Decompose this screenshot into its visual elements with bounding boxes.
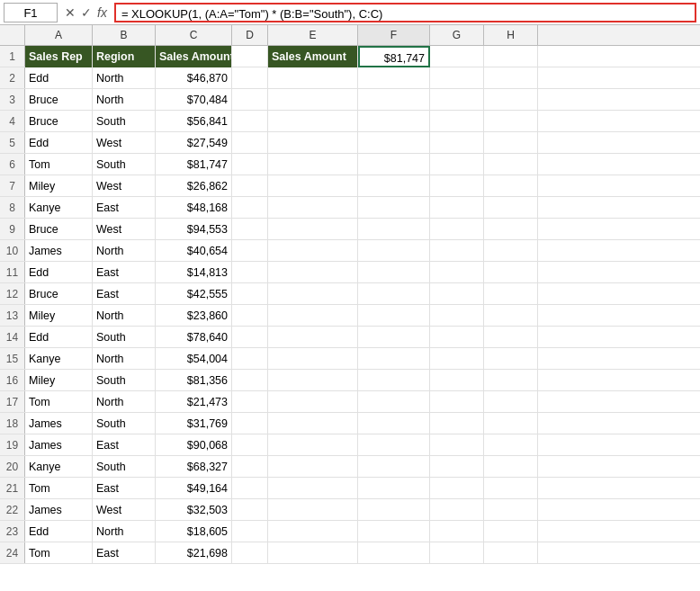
- cell-h[interactable]: [484, 478, 538, 499]
- cell-d[interactable]: [232, 413, 268, 434]
- cell-b[interactable]: South: [93, 327, 156, 348]
- cancel-icon[interactable]: ✕: [65, 5, 76, 20]
- cell-c[interactable]: $56,841: [156, 111, 232, 132]
- cell-h[interactable]: [484, 67, 538, 89]
- cell-c1[interactable]: Sales Amount: [156, 46, 232, 67]
- cell-d[interactable]: [232, 391, 268, 413]
- cell-f[interactable]: [358, 219, 430, 240]
- cell-d[interactable]: [232, 175, 268, 197]
- cell-c[interactable]: $81,747: [156, 154, 232, 175]
- cell-d[interactable]: [232, 89, 268, 111]
- cell-e[interactable]: [268, 542, 358, 564]
- cell-g[interactable]: [430, 456, 484, 478]
- cell-g[interactable]: [430, 521, 484, 542]
- cell-g[interactable]: [430, 348, 484, 370]
- col-header-e[interactable]: E: [268, 25, 358, 45]
- cell-h[interactable]: [484, 262, 538, 283]
- cell-b[interactable]: North: [93, 391, 156, 413]
- cell-c[interactable]: $42,555: [156, 283, 232, 305]
- cell-a[interactable]: Miley: [25, 175, 93, 197]
- cell-a[interactable]: Bruce: [25, 219, 93, 240]
- cell-e[interactable]: [268, 175, 358, 197]
- cell-reference[interactable]: F1: [4, 3, 58, 22]
- cell-h[interactable]: [484, 154, 538, 175]
- cell-h[interactable]: [484, 391, 538, 413]
- cell-f[interactable]: [358, 327, 430, 348]
- cell-d[interactable]: [232, 154, 268, 175]
- col-header-d[interactable]: D: [232, 25, 268, 45]
- cell-e[interactable]: [268, 197, 358, 219]
- cell-g[interactable]: [430, 542, 484, 564]
- cell-a1[interactable]: Sales Rep: [25, 46, 93, 67]
- cell-b[interactable]: West: [93, 175, 156, 197]
- cell-b[interactable]: East: [93, 197, 156, 219]
- cell-a[interactable]: Kanye: [25, 456, 93, 478]
- cell-e[interactable]: [268, 154, 358, 175]
- cell-c[interactable]: $23,860: [156, 305, 232, 327]
- cell-a[interactable]: Edd: [25, 262, 93, 283]
- cell-f[interactable]: [358, 499, 430, 521]
- cell-f[interactable]: [358, 434, 430, 456]
- cell-c[interactable]: $14,813: [156, 262, 232, 283]
- cell-f[interactable]: [358, 175, 430, 197]
- cell-b[interactable]: South: [93, 111, 156, 132]
- cell-e[interactable]: [268, 111, 358, 132]
- cell-a[interactable]: Tom: [25, 542, 93, 564]
- cell-e[interactable]: [268, 499, 358, 521]
- cell-b[interactable]: East: [93, 434, 156, 456]
- cell-b[interactable]: East: [93, 262, 156, 283]
- cell-b[interactable]: South: [93, 370, 156, 391]
- cell-d[interactable]: [232, 262, 268, 283]
- cell-b[interactable]: South: [93, 413, 156, 434]
- cell-e[interactable]: [268, 327, 358, 348]
- cell-h[interactable]: [484, 175, 538, 197]
- cell-e[interactable]: [268, 413, 358, 434]
- cell-c[interactable]: $78,640: [156, 327, 232, 348]
- cell-g1[interactable]: [430, 46, 484, 67]
- cell-d[interactable]: [232, 111, 268, 132]
- cell-c[interactable]: $21,473: [156, 391, 232, 413]
- cell-b[interactable]: South: [93, 154, 156, 175]
- cell-a[interactable]: Tom: [25, 154, 93, 175]
- cell-f[interactable]: [358, 132, 430, 154]
- cell-a[interactable]: James: [25, 413, 93, 434]
- cell-a[interactable]: Edd: [25, 521, 93, 542]
- cell-g[interactable]: [430, 67, 484, 89]
- cell-h[interactable]: [484, 197, 538, 219]
- cell-a[interactable]: Bruce: [25, 283, 93, 305]
- cell-c[interactable]: $48,168: [156, 197, 232, 219]
- cell-a[interactable]: Edd: [25, 327, 93, 348]
- cell-b[interactable]: North: [93, 305, 156, 327]
- cell-c[interactable]: $21,698: [156, 542, 232, 564]
- cell-e[interactable]: [268, 283, 358, 305]
- cell-d[interactable]: [232, 197, 268, 219]
- cell-a[interactable]: Bruce: [25, 111, 93, 132]
- cell-h[interactable]: [484, 89, 538, 111]
- cell-g[interactable]: [430, 219, 484, 240]
- col-header-h[interactable]: H: [484, 25, 538, 45]
- cell-c[interactable]: $90,068: [156, 434, 232, 456]
- cell-c[interactable]: $70,484: [156, 89, 232, 111]
- cell-e[interactable]: [268, 132, 358, 154]
- cell-a[interactable]: Edd: [25, 132, 93, 154]
- cell-b[interactable]: North: [93, 240, 156, 262]
- col-header-c[interactable]: C: [156, 25, 232, 45]
- cell-g[interactable]: [430, 132, 484, 154]
- cell-h[interactable]: [484, 434, 538, 456]
- cell-d[interactable]: [232, 348, 268, 370]
- cell-e[interactable]: [268, 89, 358, 111]
- cell-d[interactable]: [232, 327, 268, 348]
- cell-g[interactable]: [430, 305, 484, 327]
- cell-d[interactable]: [232, 456, 268, 478]
- cell-d[interactable]: [232, 521, 268, 542]
- cell-e[interactable]: [268, 478, 358, 499]
- cell-d[interactable]: [232, 132, 268, 154]
- cell-g[interactable]: [430, 434, 484, 456]
- cell-e[interactable]: [268, 348, 358, 370]
- cell-e[interactable]: [268, 456, 358, 478]
- cell-a[interactable]: James: [25, 499, 93, 521]
- cell-g[interactable]: [430, 391, 484, 413]
- cell-c[interactable]: $26,862: [156, 175, 232, 197]
- cell-c[interactable]: $81,356: [156, 370, 232, 391]
- cell-e[interactable]: [268, 67, 358, 89]
